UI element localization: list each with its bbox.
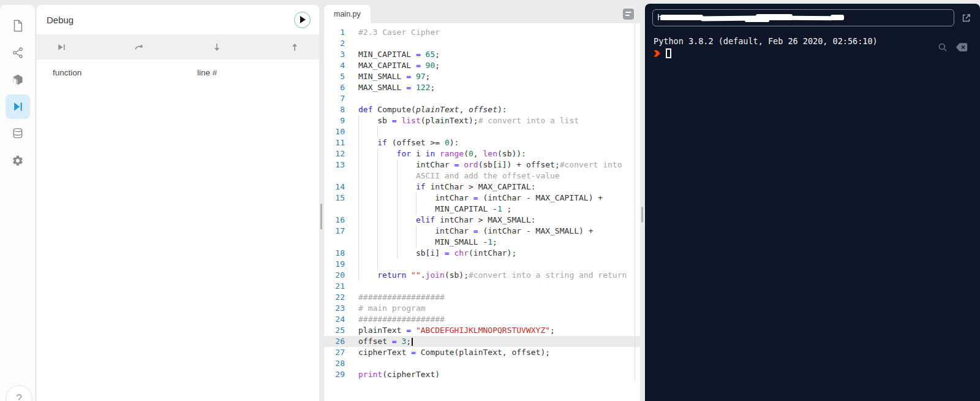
debug-panel: Debug function line # [37,5,319,401]
line-number: 25 [324,325,345,336]
indent-guide [358,237,377,248]
open-in-new-tab-button[interactable] [958,10,974,26]
sidebar-item-settings[interactable] [6,148,30,173]
sidebar-item-packages[interactable] [6,67,30,92]
code-line-wrap[interactable]: ASCII and add the offset-value [324,170,640,181]
console-tools [937,42,968,53]
code-line[interactable]: 16elif intChar > MAX_SMALL: [324,215,640,226]
indent-guide [397,159,416,170]
code-line-wrap[interactable]: MIN_CAPITAL -1 ; [324,204,640,215]
step-over-button[interactable] [130,39,148,56]
code-line[interactable]: 18sb[i] = chr(intChar); [324,248,640,259]
indent-guide [358,259,377,270]
gear-icon [12,155,24,167]
code-line[interactable]: 9sb = list(plainText);# convert into a l… [324,115,640,126]
code-line-wrap[interactable]: MIN_SMALL -1; [324,237,640,248]
line-number: 15 [324,193,345,204]
indent-guide [377,193,396,204]
code-line[interactable]: 27cipherText = Compute(plainText, offset… [324,347,640,358]
continue-to-breakpoint-icon [56,42,66,52]
code-line[interactable]: 26offset = 3; [324,336,640,347]
code-line[interactable]: 24################## [324,314,640,325]
panel-resize-handle-right[interactable] [641,207,643,223]
line-number: 23 [324,303,345,314]
code-line[interactable]: 19 [324,259,640,270]
step-out-icon [290,42,300,52]
code-text: intChar = ord(sb[i]) + offset;#convert i… [358,160,622,169]
code-line[interactable]: 3MIN_CAPITAL = 65; [324,49,640,60]
step-out-button[interactable] [286,39,303,56]
editor-menu-icon[interactable] [623,9,634,20]
clear-console-button[interactable] [956,42,968,52]
code-line[interactable]: 25plainText = "ABCDEFGHIJKLMNOPQRSTUVWXY… [324,325,640,336]
indent-guide [377,170,396,181]
code-line[interactable]: 7 [324,93,640,104]
line-number: 20 [324,270,345,281]
indent-guide [358,148,377,159]
code-line[interactable]: 21 [324,281,640,292]
code-line[interactable]: 11if (offset >= 0): [324,137,640,148]
console-panel: h Python 3.8.2 (default, Feb 26 2020, 02… [645,4,980,401]
sidebar-item-version-control[interactable] [6,40,30,65]
indent-guide [397,215,416,226]
code-line[interactable]: 10 [324,126,640,137]
indent-guide [358,270,377,281]
indent-guide [397,226,416,237]
indent-guide [358,137,377,148]
indent-guide [377,226,396,237]
sidebar-item-database[interactable] [6,121,30,146]
sidebar-item-debugger[interactable] [6,94,30,119]
debug-column-line: line # [197,68,217,77]
code-line[interactable]: 6MAX_SMALL = 122; [324,82,640,93]
step-into-icon [212,42,222,52]
code-line[interactable]: 23# main program [324,303,640,314]
code-line[interactable]: 20return "".join(sb);#convert into a str… [324,270,640,281]
code-text: sb[i] = chr(intChar); [358,248,516,258]
code-line[interactable]: 28 [324,358,640,369]
indent-guide [358,159,377,170]
code-line[interactable]: 5MIN_SMALL = 97; [324,71,640,82]
code-line[interactable]: 4MAX_CAPITAL = 90; [324,60,640,71]
indent-guide [377,248,396,259]
console-prompt-row [654,48,971,59]
text-cursor [412,338,413,346]
code-editor[interactable]: 1#2.3 Caser Cipher23MIN_CAPITAL = 65;4MA… [324,23,640,380]
line-number: 26 [324,336,345,347]
continue-to-breakpoint-button[interactable] [53,39,70,56]
console-output[interactable]: Python 3.8.2 (default, Feb 26 2020, 02:5… [645,26,980,59]
code-line[interactable]: 29print(cipherText) [324,369,640,380]
code-line[interactable]: 15intChar = (intChar - MAX_CAPITAL) + [324,193,640,204]
indent-guide [397,193,416,204]
sidebar-item-files[interactable] [6,13,30,38]
code-line[interactable]: 12for i in range(0, len(sb)): [324,148,640,159]
code-text: ################## [358,315,445,324]
panel-resize-handle-left[interactable] [320,204,322,229]
code-text: intChar = (intChar - MAX_SMALL) + [358,226,593,235]
code-text: intChar = (intChar - MAX_CAPITAL) + [358,193,603,202]
tab-main-py[interactable]: main.py [324,5,371,23]
repl-url-bar[interactable]: h [652,9,954,26]
code-line[interactable]: 8def Compute(plainText, offset): [324,104,640,115]
debug-run-button[interactable] [294,12,311,28]
code-line[interactable]: 14if intChar > MAX_CAPITAL: [324,181,640,193]
editor-tabbar: main.py [324,5,640,23]
url-redaction [790,16,833,21]
indent-guide [377,126,396,137]
editor-scrollbar[interactable] [635,23,635,380]
line-number: 11 [324,137,345,148]
debug-panel-title: Debug [47,15,74,25]
code-line[interactable]: 22################## [324,292,640,303]
code-line[interactable]: 1#2.3 Caser Cipher [324,27,640,38]
code-text: elif intChar > MAX_SMALL: [358,215,536,224]
indent-guide [358,181,377,193]
code-line[interactable]: 13intChar = ord(sb[i]) + offset;#convert… [324,159,640,170]
code-text: MIN_SMALL -1; [358,237,497,246]
line-number: 24 [324,314,345,325]
indent-guide [377,237,396,248]
search-button[interactable] [937,42,948,53]
code-text: #2.3 Caser Cipher [358,28,440,37]
step-into-button[interactable] [208,39,225,56]
code-line[interactable]: 17intChar = (intChar - MAX_SMALL) + [324,226,640,237]
code-line[interactable]: 2 [324,38,640,49]
editor-panel: main.py 1#2.3 Caser Cipher23MIN_CAPITAL … [324,5,640,401]
